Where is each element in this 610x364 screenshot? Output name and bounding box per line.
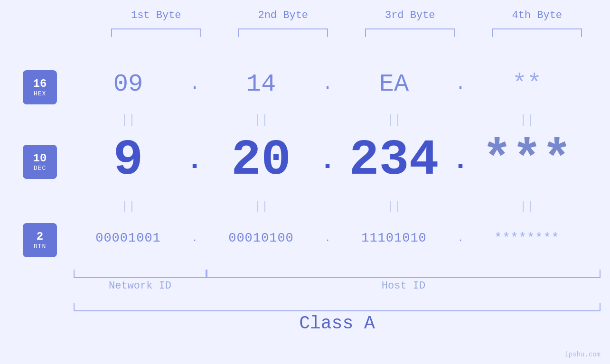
bracket-host-id (206, 270, 601, 278)
eq-dec-bin-4: || (472, 199, 582, 214)
dec-byte4: *** (472, 136, 582, 186)
bin-dot2: . (316, 233, 339, 244)
dec-badge-number: 10 (33, 152, 47, 165)
bin-dot1: . (183, 233, 206, 244)
byte-header-3: 3rd Byte (363, 9, 458, 21)
bin-byte4: ******** (472, 231, 582, 245)
eq-hex-dec-3: || (339, 113, 449, 127)
bracket-network-id (74, 270, 206, 278)
bin-byte1: 00001001 (74, 231, 183, 245)
byte-header-4: 4th Byte (489, 9, 584, 21)
network-id-label: Network ID (74, 280, 206, 292)
bin-badge-label: BIN (34, 243, 46, 250)
dec-dot3: . (449, 144, 472, 177)
dec-byte1: 9 (74, 136, 183, 186)
hex-byte2: 14 (206, 70, 316, 98)
host-id-label: Host ID (206, 280, 601, 292)
hex-badge-number: 16 (33, 77, 47, 90)
bin-byte3: 11101010 (339, 231, 449, 245)
hex-byte1: 09 (74, 70, 183, 98)
eq-dec-bin-3: || (339, 199, 449, 214)
hex-badge-label: HEX (34, 90, 46, 97)
bin-badge-number: 2 (37, 230, 43, 243)
bin-badge: 2 BIN (23, 223, 57, 257)
hex-dot2: . (316, 75, 339, 94)
bracket-1st-byte (111, 28, 201, 37)
hex-byte3: EA (339, 70, 449, 98)
dec-dot1: . (183, 144, 206, 177)
hex-dot1: . (183, 75, 206, 94)
bracket-3rd-byte (365, 28, 455, 37)
bin-dot3: . (449, 233, 472, 244)
eq-hex-dec-4: || (472, 113, 582, 127)
bin-byte2: 00010100 (206, 231, 316, 245)
dec-dot2: . (316, 144, 339, 177)
hex-badge: 16 HEX (23, 70, 57, 104)
dec-byte3: 234 (339, 136, 449, 186)
dec-byte2: 20 (206, 136, 316, 186)
eq-hex-dec-2: || (206, 113, 316, 127)
bracket-4th-byte (492, 28, 582, 37)
eq-hex-dec-1: || (74, 113, 183, 127)
byte-header-2: 2nd Byte (235, 9, 330, 21)
class-label: Class A (299, 313, 375, 334)
hex-dot3: . (449, 75, 472, 94)
byte-header-1: 1st Byte (109, 9, 204, 21)
dec-badge-label: DEC (34, 165, 46, 172)
dec-badge: 10 DEC (23, 145, 57, 179)
watermark: ipshu.com (564, 351, 601, 358)
eq-dec-bin-1: || (74, 199, 183, 214)
main-bracket-bottom (74, 303, 601, 311)
eq-dec-bin-2: || (206, 199, 316, 214)
bracket-2nd-byte (238, 28, 328, 37)
hex-byte4: ** (472, 70, 582, 98)
